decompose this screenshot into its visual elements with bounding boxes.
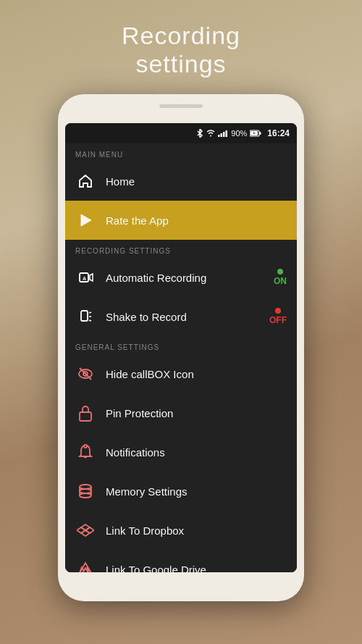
eye-icon bbox=[75, 364, 96, 384]
bell-icon bbox=[75, 442, 96, 462]
auto-recording-status: ON bbox=[274, 276, 287, 286]
svg-point-19 bbox=[80, 493, 91, 498]
menu-item-link-dropbox[interactable]: Link To Dropbox bbox=[65, 511, 297, 550]
menu-item-memory-settings[interactable]: Memory Settings bbox=[65, 472, 297, 511]
main-menu-label: MAIN MENU bbox=[65, 143, 297, 162]
home-label: Home bbox=[106, 175, 287, 188]
bluetooth-icon bbox=[196, 129, 203, 138]
signal-icon bbox=[218, 130, 228, 137]
battery-text: 90% bbox=[231, 129, 247, 138]
menu-item-notifications[interactable]: Notifications bbox=[65, 432, 297, 472]
auto-recording-toggle[interactable]: ON bbox=[274, 269, 287, 286]
phone-speaker bbox=[159, 104, 203, 108]
recording-settings-label: RECORDING SETTINGS bbox=[65, 240, 297, 258]
page-title: Recording settings bbox=[0, 22, 362, 78]
phone-shell: 90% 16:24 MAIN MENU bbox=[58, 94, 304, 601]
rate-label: Rate the App bbox=[106, 214, 287, 227]
drive-icon bbox=[75, 559, 96, 572]
status-bar: 90% 16:24 bbox=[65, 123, 297, 143]
svg-rect-2 bbox=[221, 133, 223, 137]
menu-item-rate[interactable]: Rate the App bbox=[65, 201, 297, 240]
menu-item-home[interactable]: Home bbox=[65, 162, 297, 201]
svg-marker-22 bbox=[77, 527, 85, 533]
svg-marker-8 bbox=[81, 214, 91, 226]
title-line1: Recording bbox=[0, 22, 362, 50]
status-time: 16:24 bbox=[267, 128, 290, 138]
memory-settings-label: Memory Settings bbox=[106, 485, 287, 498]
svg-rect-4 bbox=[226, 130, 228, 137]
svg-point-18 bbox=[80, 485, 91, 489]
play-icon bbox=[75, 210, 96, 230]
svg-rect-3 bbox=[223, 132, 225, 137]
svg-rect-1 bbox=[218, 135, 220, 137]
svg-point-20 bbox=[80, 489, 91, 493]
cylinder-icon bbox=[75, 481, 96, 501]
drawer-menu: MAIN MENU Home Rate the App bbox=[65, 143, 297, 572]
menu-item-pin-protection[interactable]: Pin Protection bbox=[65, 393, 297, 432]
menu-item-shake-record[interactable]: Shake to Record OFF bbox=[65, 297, 297, 336]
svg-rect-11 bbox=[81, 311, 88, 321]
hide-icon-label: Hide callBOX Icon bbox=[106, 368, 287, 380]
auto-recording-dot bbox=[277, 269, 283, 275]
shake-record-toggle[interactable]: OFF bbox=[269, 308, 287, 325]
svg-marker-23 bbox=[85, 527, 94, 533]
shake-record-dot bbox=[275, 308, 281, 314]
shake-record-status: OFF bbox=[269, 315, 287, 325]
shake-record-label: Shake to Record bbox=[106, 311, 269, 323]
svg-rect-15 bbox=[80, 412, 91, 421]
link-dropbox-label: Link To Dropbox bbox=[106, 524, 287, 537]
link-google-drive-label: Link To Google Drive bbox=[106, 564, 287, 573]
home-icon bbox=[75, 171, 96, 191]
title-line2: settings bbox=[0, 50, 362, 78]
battery-icon bbox=[250, 130, 261, 137]
shake-icon bbox=[75, 306, 96, 327]
lock-icon bbox=[75, 403, 96, 423]
pin-protection-label: Pin Protection bbox=[106, 407, 287, 419]
svg-rect-6 bbox=[260, 132, 261, 135]
svg-text:A: A bbox=[83, 276, 86, 281]
menu-item-auto-recording[interactable]: A Automatic Recording ON bbox=[65, 258, 297, 297]
record-icon: A bbox=[75, 267, 96, 288]
general-settings-label: GENERAL SETTINGS bbox=[65, 336, 297, 354]
dropbox-icon bbox=[75, 520, 96, 540]
menu-item-hide-icon[interactable]: Hide callBOX Icon bbox=[65, 354, 297, 393]
auto-recording-label: Automatic Recording bbox=[106, 272, 274, 284]
svg-point-0 bbox=[210, 135, 211, 137]
notifications-label: Notifications bbox=[106, 446, 287, 459]
svg-marker-26 bbox=[87, 567, 92, 572]
menu-item-link-google-drive[interactable]: Link To Google Drive bbox=[65, 550, 297, 572]
phone-screen: 90% 16:24 MAIN MENU bbox=[65, 123, 297, 572]
wifi-icon bbox=[206, 130, 215, 137]
